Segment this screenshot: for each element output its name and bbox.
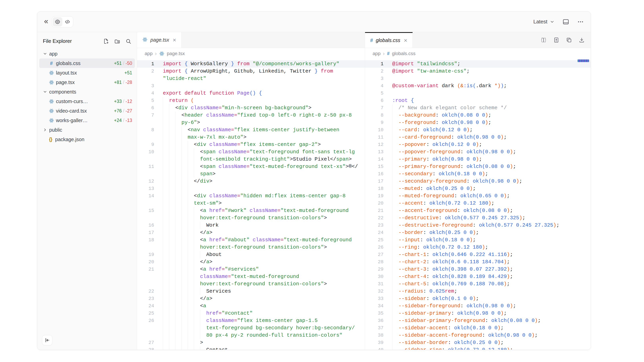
breadcrumb-root[interactable]: app — [372, 51, 380, 56]
line-number: 5 — [365, 90, 392, 97]
diff-stats: +33 / -12 — [114, 99, 132, 104]
line-number — [137, 75, 163, 82]
line-number: 11 — [137, 163, 163, 170]
tree-folder-app[interactable]: app — [39, 49, 135, 58]
code-line: --sidebar-primary: oklch(0.98 0 0); — [392, 310, 591, 317]
line-number: 40 — [365, 346, 392, 350]
breadcrumb-root[interactable]: app — [145, 51, 152, 56]
indent-guide — [163, 258, 169, 266]
indent-guide — [194, 244, 200, 251]
version-dropdown[interactable]: Latest — [533, 19, 554, 25]
indent-guide — [182, 222, 188, 229]
indent-guide — [163, 200, 169, 207]
indent-guide — [392, 258, 398, 266]
layout-panel-button[interactable] — [562, 18, 569, 25]
line-number: 39 — [365, 339, 392, 346]
indent-guide — [188, 200, 194, 207]
tree-file-page.tsx[interactable]: page.tsx+81 / -28 — [39, 77, 135, 87]
file-label: video-card.tsx — [56, 108, 87, 114]
tree-file-layout.tsx[interactable]: layout.tsx+51 — [39, 68, 135, 77]
line-number: 25 — [365, 236, 392, 244]
tree-folder-components[interactable]: components — [39, 87, 135, 96]
indent-guide — [182, 310, 188, 317]
tab-page-tsx[interactable]: page.tsx × — [137, 32, 182, 48]
code-line: /* New dark elegant color scheme */ — [392, 104, 591, 112]
indent-guide — [188, 178, 194, 185]
line-number — [137, 280, 163, 288]
search-files-button[interactable] — [126, 38, 131, 44]
collapse-sidebar-button[interactable] — [42, 335, 52, 345]
collapse-panel-button[interactable]: « — [44, 17, 48, 26]
more-options-button[interactable] — [577, 18, 584, 25]
indent-guide — [182, 258, 188, 266]
indent-guide — [163, 280, 169, 288]
react-icon — [142, 37, 148, 43]
code-editor-page-tsx[interactable]: 1import { WorksGallery } from "@/compone… — [137, 59, 365, 350]
indent-guide — [392, 236, 398, 244]
line-number: 34 — [365, 302, 392, 310]
indent-guide — [169, 346, 175, 350]
indent-guide — [163, 134, 169, 141]
indent-guide — [194, 339, 200, 346]
file-diff-button[interactable] — [553, 37, 559, 43]
code-line: </a> — [163, 295, 365, 302]
code-icon — [64, 19, 70, 25]
code-line: <div className="flex items-center gap-2"… — [163, 141, 365, 148]
tree-file-package.json[interactable]: {}package.json — [39, 135, 135, 144]
new-folder-button[interactable] — [114, 38, 120, 44]
code-row: 26--ring: oklch(0.72 0.12 180); — [365, 244, 591, 251]
indent-guide — [182, 280, 188, 288]
main-area: File Explorer app#globals.css+51 / -50la… — [37, 32, 591, 350]
code-row: 6<div className="min-h-screen bg-backgro… — [137, 104, 365, 112]
code-editor-globals-css[interactable]: 1@import "tailwindcss";2@import "tw-anim… — [365, 59, 591, 350]
indent-guide — [194, 222, 200, 229]
tree-file-works-galler-[interactable]: works-galler…+24 / -13 — [39, 116, 135, 125]
indent-guide — [169, 156, 175, 163]
indent-guide — [163, 112, 169, 119]
tree-folder-public[interactable]: public — [39, 125, 135, 135]
split-editor-button[interactable] — [541, 37, 546, 43]
tree-file-video-card.tsx[interactable]: video-card.tsx+76 / -27 — [39, 106, 135, 116]
tab-globals-css[interactable]: # globals.css × — [365, 32, 413, 48]
code-toggle-button[interactable] — [63, 17, 72, 26]
indent-guide — [175, 214, 181, 222]
indent-guide — [188, 346, 194, 350]
tab-close-icon[interactable]: × — [404, 37, 408, 43]
indent-guide — [392, 266, 398, 273]
indent-guide — [175, 295, 181, 302]
line-number: 22 — [365, 214, 392, 222]
line-number: 27 — [137, 339, 163, 346]
code-row: 27--chart-1: oklch(0.646 0.222 41.116); — [365, 251, 591, 258]
code-line: --primary-foreground: oklch(0.08 0 0); — [392, 163, 591, 170]
line-number: 10 — [137, 148, 163, 156]
indent-guide — [188, 251, 194, 258]
code-row: 16--secondary: oklch(0.18 0 0); — [365, 170, 591, 178]
indent-guide — [194, 332, 200, 339]
preview-toggle-button[interactable] — [53, 17, 62, 26]
download-button[interactable] — [579, 37, 585, 43]
collapse-left-icon — [44, 338, 50, 343]
code-row: 35--sidebar-primary: oklch(0.98 0 0); — [365, 310, 591, 317]
indent-guide — [182, 126, 188, 134]
line-number: 8 — [137, 126, 163, 134]
code-row: 24<a — [137, 302, 365, 310]
line-number: 6 — [137, 104, 163, 112]
tab-close-icon[interactable]: × — [173, 37, 176, 43]
breadcrumb-file[interactable]: globals.css — [392, 51, 416, 56]
breadcrumb-file[interactable]: page.tsx — [167, 51, 185, 56]
tree-file-custom-curs-[interactable]: custom-curs…+33 / -12 — [39, 96, 135, 106]
indent-guide — [182, 332, 188, 339]
new-file-button[interactable] — [103, 38, 109, 44]
indent-guide — [188, 229, 194, 236]
code-row: 19About — [137, 251, 365, 258]
indent-guide — [182, 295, 188, 302]
indent-guide — [392, 170, 398, 178]
tree-file-globals.css[interactable]: #globals.css+51 / -50 — [39, 58, 135, 68]
scrollbar-thumb[interactable] — [578, 59, 589, 62]
indent-guide — [392, 119, 398, 126]
file-explorer-title: File Explorer — [43, 38, 72, 44]
app-window: « Latest — [37, 11, 591, 350]
indent-guide — [169, 214, 175, 222]
copy-button[interactable] — [566, 37, 572, 43]
code-line: --accent-foreground: oklch(0.08 0 0); — [392, 207, 591, 214]
